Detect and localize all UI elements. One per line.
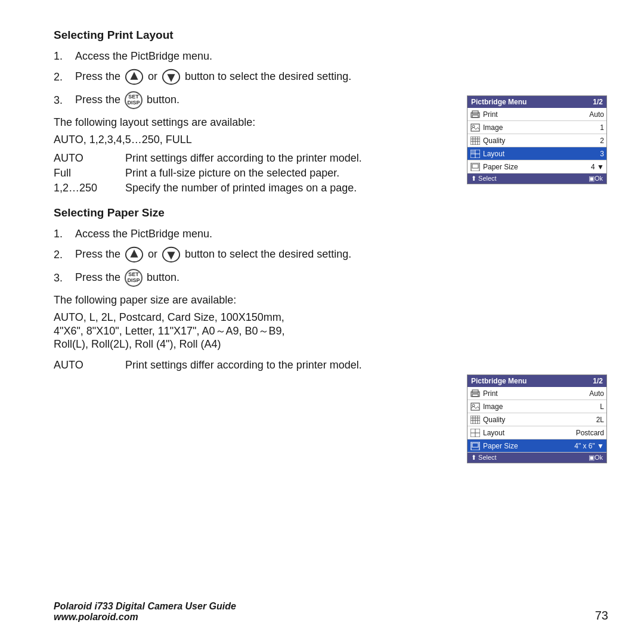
step-text: Access the PictBridge menu. [75, 228, 212, 240]
menu-value: 4 ▼ [580, 163, 604, 171]
papersize-icon [470, 441, 481, 451]
menu-row-quality-1: Quality 2 [467, 134, 606, 147]
page: Selecting Print Layout 1. Access the Pic… [0, 0, 644, 644]
menu-value: L [580, 402, 604, 411]
step2-2: 2. Press the or button to select the des… [54, 245, 608, 264]
desc-term: AUTO [54, 152, 125, 165]
step-text: Press the SETDISP button. [75, 269, 179, 287]
menu-label: Image [483, 402, 580, 411]
menu-label: Layout [483, 429, 576, 437]
menu-page-2: 1/2 [593, 377, 603, 385]
menu-label: Print [483, 389, 580, 398]
svg-rect-18 [471, 150, 475, 153]
step1-2: 2. Press the or button to select the des… [54, 67, 608, 86]
step-num: 3. [54, 272, 70, 284]
step-text: Access the PictBridge menu. [75, 50, 212, 63]
menu-title-1: Pictbridge Menu [471, 98, 527, 106]
desc-term: Full [54, 167, 125, 179]
step-num: 2. [54, 71, 70, 83]
svg-rect-27 [472, 394, 478, 397]
footer-brand: Polaroid i733 Digital Camera User Guide … [54, 601, 236, 623]
menu-label: Paper Size [483, 163, 580, 171]
menu-label: Quality [483, 137, 580, 145]
up-arrow-icon [125, 67, 144, 86]
section-print-layout: Selecting Print Layout 1. Access the Pic… [54, 29, 608, 194]
step-text: Press the or button to select the desire… [75, 67, 351, 86]
svg-rect-40 [472, 443, 478, 447]
step-num: 1. [54, 228, 70, 240]
menu-footer-1: ⬆ Select ▣Ok [467, 174, 606, 184]
menu-value: Auto [580, 389, 604, 398]
section-paper-size: Selecting Paper Size 1. Access the PictB… [54, 206, 608, 371]
pictbridge-menu-2: Pictbridge Menu 1/2 Print Auto [467, 374, 607, 463]
available-text-2: The following paper size are available: [54, 294, 608, 306]
up-arrow-icon [125, 245, 144, 264]
svg-rect-6 [472, 115, 478, 117]
menu-value: 1 [580, 123, 604, 132]
menu-ok-label: ▣Ok [589, 175, 603, 182]
menu-row-image-2: Image L [467, 400, 606, 413]
desc-def: Print a full-size picture on the selecte… [125, 167, 339, 179]
step-text: Press the SETDISP button. [75, 91, 179, 109]
menu-row-image-1: Image 1 [467, 121, 606, 134]
brand-line2: www.polaroid.com [54, 612, 236, 623]
menu-select-label: ⬆ Select [471, 454, 497, 462]
step-num: 3. [54, 94, 70, 107]
page-footer: Polaroid i733 Digital Camera User Guide … [54, 601, 608, 623]
menu-ok-label: ▣Ok [589, 454, 603, 462]
print-icon [470, 389, 481, 398]
menu-value: 2L [580, 416, 604, 424]
print-icon [470, 110, 481, 119]
section1-title: Selecting Print Layout [54, 29, 608, 42]
desc-def: Specify the number of printed images on … [125, 182, 357, 194]
step-num: 2. [54, 249, 70, 261]
section2-title: Selecting Paper Size [54, 206, 608, 219]
step2-1: 1. Access the PictBridge menu. [54, 228, 608, 240]
quality-icon [470, 415, 481, 425]
menu-label: Quality [483, 416, 580, 424]
set-disp-icon: SETDISP [125, 91, 143, 109]
menu-row-quality-2: Quality 2L [467, 413, 606, 426]
menu-row-print-2: Print Auto [467, 387, 606, 400]
menu-label: Paper Size [483, 442, 574, 450]
layout-icon [470, 149, 481, 159]
down-arrow-icon [162, 67, 181, 86]
menu-value: Auto [580, 110, 604, 119]
set-disp-icon: SETDISP [125, 269, 143, 287]
menu-value: 3 [580, 150, 604, 158]
page-number: 73 [595, 609, 608, 623]
menu-row-layout-2: Layout Postcard [467, 426, 606, 439]
down-arrow-icon [162, 245, 181, 264]
svg-rect-28 [471, 403, 479, 410]
menu-label: Layout [483, 150, 580, 158]
image-icon [470, 402, 481, 411]
menu-label: Print [483, 110, 580, 119]
desc-row: AUTO Print settings differ according to … [54, 359, 608, 371]
desc-def: Print settings differ according to the p… [125, 359, 362, 371]
menu-footer-2: ⬆ Select ▣Ok [467, 453, 606, 463]
menu-page-1: 1/2 [593, 98, 603, 106]
menu-row-print-1: Print Auto [467, 108, 606, 121]
options-2: AUTO, L, 2L, Postcard, Card Size, 100X15… [54, 311, 608, 351]
layout-icon [470, 428, 481, 438]
pictbridge-menu-1: Pictbridge Menu 1/2 Print Auto [467, 95, 607, 184]
step-num: 1. [54, 50, 70, 63]
image-icon [470, 123, 481, 132]
desc-def: Print settings differ according to the p… [125, 152, 362, 165]
quality-icon [470, 136, 481, 145]
step-text: Press the or button to select the desire… [75, 245, 351, 264]
papersize-icon [470, 162, 481, 172]
menu-value: 2 [580, 137, 604, 145]
desc-term: AUTO [54, 359, 125, 371]
menu-select-label: ⬆ Select [471, 175, 497, 182]
step2-3: 3. Press the SETDISP button. [54, 269, 608, 287]
menu-label: Image [483, 123, 580, 132]
menu-row-papersize-2: Paper Size 4" x 6" ▼ [467, 439, 606, 453]
brand-line1: Polaroid i733 Digital Camera User Guide [54, 601, 236, 612]
menu-value: 4" x 6" ▼ [574, 442, 604, 450]
descriptions-2: AUTO Print settings differ according to … [54, 359, 608, 371]
desc-term: 1,2…250 [54, 182, 125, 194]
menu-header-2: Pictbridge Menu 1/2 [467, 375, 606, 387]
svg-rect-20 [472, 164, 478, 168]
step1-1: 1. Access the PictBridge menu. [54, 50, 608, 63]
